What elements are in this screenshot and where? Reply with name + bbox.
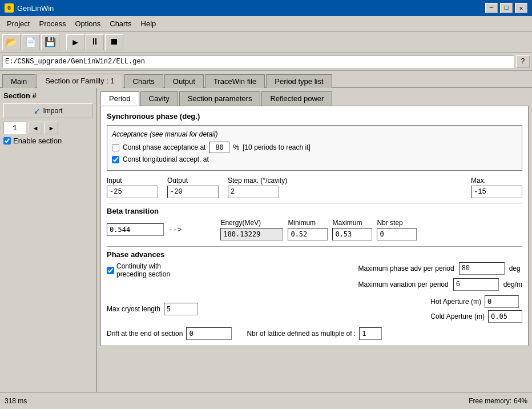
inner-tab-section-params[interactable]: Section parameters [179, 91, 261, 106]
app-icon: G [5, 3, 14, 13]
nbr-step-input[interactable] [377, 228, 417, 240]
menu-charts[interactable]: Charts [105, 17, 136, 30]
inner-tab-reflected-power[interactable]: Reflected power [261, 91, 332, 106]
max-variation-input[interactable] [453, 278, 499, 291]
divider-2 [107, 246, 522, 247]
nbr-step-label: Nbr step [377, 219, 417, 227]
run-button[interactable]: ▶ [66, 34, 84, 50]
title-bar: G GenLinWin ─ □ ✕ [0, 0, 532, 16]
nav-prev-button[interactable]: ◀ [29, 122, 42, 134]
input-group: Input [107, 177, 158, 198]
menu-process[interactable]: Process [34, 17, 70, 30]
fields-section: Input Output Step max. (°/cavity) Max. [107, 177, 522, 198]
phase-continuity-label: Continuity withpreceding section [116, 262, 170, 278]
phase-right-col: Maximum phase adv per period deg Maximum… [358, 262, 522, 291]
open-file-button[interactable]: 📂 [2, 34, 21, 50]
phase-left-col: Continuity withpreceding section [107, 262, 170, 291]
import-button[interactable]: ↙ Import [3, 103, 93, 118]
tab-main[interactable]: Main [2, 74, 35, 88]
import-icon: ↙ [34, 106, 41, 115]
acceptance-title: Acceptance (see manual for detail) [112, 130, 517, 138]
sync-phase-header: Synchronous phase (deg.) [107, 112, 522, 121]
main-content: Section # ↙ Import ◀ ▶ Enable section Pe… [0, 88, 532, 392]
filepath-help-button[interactable]: ? [516, 55, 530, 68]
cold-aperture-input[interactable] [488, 310, 522, 323]
pause-button[interactable]: ⏸ [86, 34, 104, 50]
const-long-checkbox[interactable] [112, 156, 119, 163]
max-phase-adv-input[interactable] [459, 262, 505, 275]
const-phase-label: Const phase acceptance at [123, 143, 205, 151]
menu-bar: Project Process Options Charts Help [0, 16, 532, 32]
arrow-symbol: --> [168, 226, 182, 234]
inner-tab-cavity[interactable]: Cavity [140, 91, 178, 106]
toolbar: 📂 📄 💾 ▶ ⏸ ⏹ [0, 32, 532, 53]
max-label: Max. [471, 177, 522, 185]
maximize-button[interactable]: □ [500, 3, 513, 13]
const-phase-unit: % [233, 143, 239, 151]
save-file-button[interactable]: 💾 [41, 34, 59, 50]
section-title: Section # [3, 91, 93, 100]
drift-input[interactable] [186, 327, 232, 340]
input-value-field[interactable] [107, 186, 158, 198]
max-value-field[interactable] [471, 186, 522, 198]
cold-aperture-label: Cold Aperture (m) [430, 312, 485, 320]
enable-section-checkbox[interactable] [3, 137, 11, 145]
beta-transition-label: Beta transition [107, 207, 522, 215]
max-group: Max. [471, 177, 522, 198]
tab-section-familly[interactable]: Section or Familly : 1 [37, 74, 123, 88]
output-value-field[interactable] [167, 186, 219, 198]
inner-content: Synchronous phase (deg.) Acceptance (see… [100, 106, 529, 346]
hot-aperture-input[interactable] [485, 295, 519, 308]
nbr-lattice-input[interactable] [359, 327, 382, 340]
inner-tab-period[interactable]: Period [100, 91, 139, 106]
nav-row: ◀ ▶ [3, 122, 93, 134]
minimum-label: Minimum [288, 219, 328, 227]
const-phase-note: [10 periods to reach it] [243, 143, 311, 151]
minimize-button[interactable]: ─ [485, 3, 498, 13]
maximum-value-input[interactable] [332, 228, 372, 240]
output-group: Output [167, 177, 219, 198]
max-variation-label: Maximum variation per period [358, 280, 449, 288]
enable-row: Enable section [3, 137, 93, 145]
const-long-label: Const longitudinal accept. at [123, 155, 209, 163]
max-cryost-input[interactable] [164, 303, 198, 315]
close-button[interactable]: ✕ [515, 3, 527, 13]
stop-button[interactable]: ⏹ [105, 34, 123, 50]
menu-help[interactable]: Help [136, 17, 161, 30]
beta-value-input[interactable] [107, 223, 164, 236]
phase-advances-label: Phase advances [107, 250, 522, 259]
drift-label: Drift at the end of section [107, 330, 183, 338]
status-bar: 318 ms Free memory: 64% [0, 392, 532, 409]
max-phase-adv-unit: deg [509, 264, 521, 272]
tab-charts[interactable]: Charts [124, 74, 163, 88]
const-phase-value-input[interactable] [209, 142, 229, 153]
const-phase-checkbox[interactable] [112, 144, 119, 151]
step-value-field[interactable] [228, 186, 279, 198]
phase-continuity-checkbox[interactable] [107, 267, 114, 274]
left-panel: Section # ↙ Import ◀ ▶ Enable section [0, 88, 97, 392]
new-file-button[interactable]: 📄 [22, 34, 40, 50]
divider-1 [107, 203, 522, 203]
menu-options[interactable]: Options [70, 17, 105, 30]
section-number-input[interactable] [3, 122, 26, 134]
max-phase-adv-label: Maximum phase adv per period [358, 264, 454, 272]
tab-tracewin[interactable]: TraceWin file [205, 74, 265, 88]
phase-continuity-row: Continuity withpreceding section [107, 262, 170, 278]
filepath-bar: ? [0, 53, 532, 71]
memory-value: 64% [514, 397, 527, 405]
right-panel: Period Cavity Section parameters Reflect… [97, 88, 532, 392]
energy-value-input [220, 228, 283, 240]
nav-next-button[interactable]: ▶ [45, 122, 58, 134]
output-label: Output [167, 177, 219, 185]
energy-label: Energy(MeV) [220, 219, 283, 227]
minimum-value-input[interactable] [288, 228, 328, 240]
menu-project[interactable]: Project [2, 17, 34, 30]
tab-output[interactable]: Output [164, 74, 204, 88]
window-title: GenLinWin [17, 4, 54, 13]
acceptance-box: Acceptance (see manual for detail) Const… [107, 125, 522, 171]
filepath-input[interactable] [2, 55, 514, 68]
nbr-lattice-label: Nbr of lattice defined as multiple of : [247, 330, 356, 338]
max-variation-unit: deg/m [503, 280, 522, 288]
tab-period-type[interactable]: Period type list [266, 74, 332, 88]
const-long-row: Const longitudinal accept. at [112, 155, 517, 163]
